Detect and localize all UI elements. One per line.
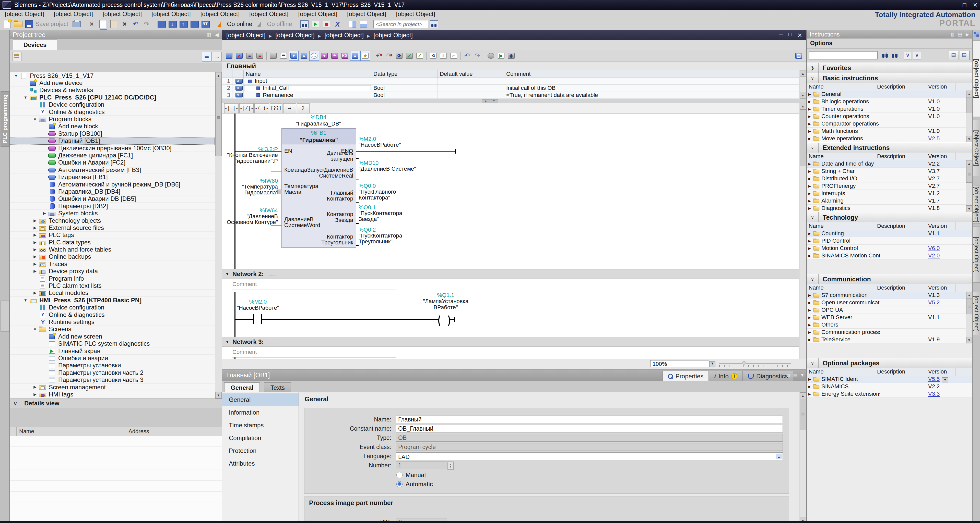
instruction-folder-row[interactable]: General	[807, 90, 972, 98]
window-minimize-button[interactable]	[951, 1, 956, 8]
tree-item[interactable]: Device configuration	[10, 101, 215, 108]
tab-info[interactable]: iInfoi	[709, 371, 743, 381]
automatic-radio[interactable]: Automatic	[396, 480, 433, 488]
tree-item[interactable]: PLC alarm text lists	[10, 282, 215, 289]
pin-out3[interactable]: Главный Контактор	[320, 190, 353, 201]
details-view-header[interactable]: ∨Details view	[10, 398, 222, 408]
instructions-collapse-icon[interactable]	[966, 32, 969, 37]
col-comment[interactable]: Comment	[504, 70, 799, 78]
instruction-folder-row[interactable]: Communication processor	[807, 329, 972, 336]
print-button[interactable]	[72, 19, 82, 29]
instruction-version[interactable]: V1.0	[928, 106, 940, 112]
tree-item[interactable]: Startup [OB100]	[10, 130, 215, 137]
go-to-error-back-icon[interactable]: ●	[374, 51, 383, 61]
tree-item[interactable]: Online & diagnostics	[10, 311, 215, 319]
window-close-button[interactable]	[973, 0, 977, 9]
menu-item[interactable]: [object Object]	[244, 10, 293, 18]
editor-close-icon[interactable]	[797, 31, 802, 40]
tree-item[interactable]: Гидравлика_DB [DB4]	[10, 188, 215, 195]
devices-tab[interactable]: Devices	[13, 40, 57, 50]
operand-in2[interactable]: %IW80 "Температура Гидромасла"	[223, 178, 278, 195]
interface-comment-cell[interactable]: =True, if remanent data are available	[504, 92, 799, 98]
delete-network-button[interactable]: ×	[234, 51, 244, 61]
update-inconsistent-icon[interactable]: ⟳	[395, 51, 404, 61]
delete-row-button[interactable]: ≡	[255, 51, 265, 61]
expand-icon[interactable]	[807, 338, 813, 342]
instruction-folder-row[interactable]: Others	[807, 321, 972, 329]
tree-item[interactable]: Traces	[10, 260, 215, 268]
tree-list-view-icon[interactable]	[202, 52, 212, 62]
instruction-version[interactable]: V2.0	[928, 252, 940, 259]
interface-row[interactable]: 1 Input	[222, 78, 799, 85]
tree-item[interactable]: Program info	[10, 275, 215, 282]
instruction-version[interactable]: V1.7	[928, 198, 940, 204]
go-offline-label[interactable]: Go offline	[267, 21, 292, 27]
instruction-version[interactable]: V3.3	[928, 391, 940, 397]
expand-icon[interactable]	[807, 231, 813, 236]
stop-simulation-button[interactable]	[321, 19, 331, 29]
properties-nav-item[interactable]: General	[222, 393, 299, 406]
insert-network-button[interactable]: ✶	[224, 51, 234, 61]
search-down-icon[interactable]	[881, 52, 889, 59]
tree-item[interactable]: Add new block	[10, 123, 215, 130]
tree-item[interactable]: Technology objects	[10, 217, 215, 224]
save-project-label[interactable]: Save project	[35, 21, 68, 27]
instruction-folder-row[interactable]: Distributed I/O V2.7	[807, 175, 972, 182]
tree-expander-icon[interactable]	[31, 385, 39, 389]
tab-diagnostics[interactable]: Diagnostics	[743, 371, 793, 381]
expand-networks-icon[interactable]: ▼	[289, 51, 299, 61]
instruction-folder-row[interactable]: Energy Suite extensions V3.3	[807, 390, 972, 398]
interface-default-cell[interactable]	[438, 92, 504, 98]
expand-icon[interactable]	[807, 392, 813, 396]
instruction-version[interactable]: V1.9	[928, 336, 940, 343]
pin-out1[interactable]: Двигатель запущен	[320, 150, 353, 162]
pin-in2[interactable]: Температура Масла	[284, 183, 323, 195]
menu-item[interactable]: [object Object]	[49, 10, 97, 18]
collapse-networks-icon[interactable]: ▲	[299, 51, 309, 61]
plc-programming-rail-tab[interactable]: PLC programming	[0, 91, 10, 147]
name-field[interactable]	[396, 415, 783, 423]
operand-out1[interactable]: %M2.0 "НасосВРаботе"	[359, 136, 417, 148]
editor-settings-icon[interactable]: ▤	[794, 51, 803, 61]
zoom-select[interactable]: 100%	[650, 360, 709, 368]
expand-icon[interactable]	[807, 107, 813, 111]
instruction-folder-row[interactable]: SIMATIC Ident V5.5	[807, 376, 972, 383]
tree-expander-icon[interactable]	[12, 73, 20, 78]
tree-item[interactable]: Watch and force tables	[10, 246, 215, 253]
go-to-error-next-icon[interactable]: ●	[384, 51, 394, 61]
absolute-operands-icon[interactable]: КХ	[340, 51, 350, 61]
properties-nav-item[interactable]: Attributes	[222, 457, 299, 470]
menu-item[interactable]: [object Object]	[98, 10, 146, 18]
communication-scrollbar[interactable]: ▲▼	[966, 292, 972, 343]
tree-item[interactable]: SIMATIC PLC system diagnostics	[10, 340, 215, 347]
copy-button[interactable]	[97, 19, 108, 29]
instruction-version[interactable]: V2.5	[928, 135, 940, 142]
accessible-devices-button[interactable]	[299, 19, 310, 29]
monitor-pause-icon[interactable]: ‖	[439, 51, 448, 61]
contact-operand[interactable]: %M2.0 "НасосВРаботе"	[228, 299, 289, 311]
extended-scrollbar[interactable]: ▲▼	[966, 160, 972, 212]
tree-item[interactable]: Screen management	[10, 384, 215, 391]
undo-button[interactable]	[130, 19, 141, 29]
right-rail-tab[interactable]: [object Object]	[973, 227, 980, 283]
interface-comment-cell[interactable]: Initial call of this OB	[504, 85, 799, 91]
instruction-version[interactable]: V1.1	[928, 230, 940, 237]
cross-references-button[interactable]: X	[332, 19, 342, 29]
col-name[interactable]: Name	[243, 70, 371, 78]
tree-expander-icon[interactable]	[31, 240, 39, 245]
tree-item[interactable]: Движение цилиндра [FC1]	[10, 152, 215, 159]
tree-item[interactable]: Ошибки и Аварии DB [DB5]	[10, 195, 215, 203]
tree-item[interactable]: Devices & networks	[10, 87, 215, 94]
go-online-label[interactable]: Go online	[227, 21, 252, 27]
editor-restore-icon[interactable]	[788, 31, 792, 40]
network-3-header[interactable]: ▼Network 3: .....	[222, 337, 799, 347]
call-structure-icon[interactable]	[486, 51, 496, 61]
instruction-version[interactable]: V1.2	[928, 190, 940, 197]
window-maximize-button[interactable]	[963, 1, 966, 8]
expand-icon[interactable]	[807, 137, 813, 141]
optional-packages-header[interactable]: ∨Optional packages	[807, 358, 972, 368]
col-default-value[interactable]: Default value	[438, 70, 504, 78]
menu-item[interactable]: [object Object]	[196, 10, 244, 18]
operand-out2[interactable]: %MD10 "ДавлениеВ Системе"	[359, 160, 417, 172]
details-col-name[interactable]: Name	[17, 427, 126, 436]
